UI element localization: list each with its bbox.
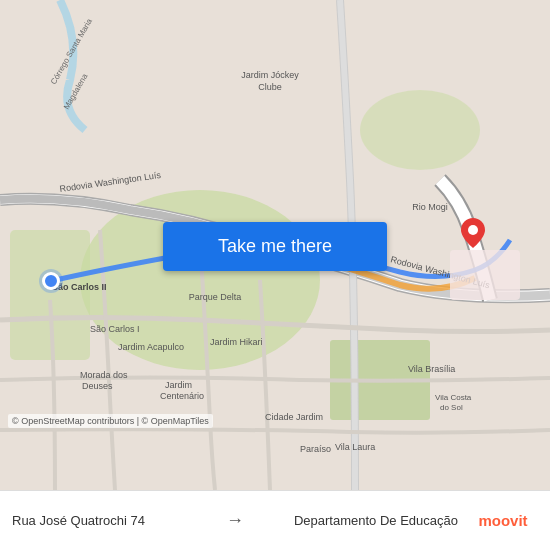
svg-text:do Sol: do Sol bbox=[440, 403, 463, 412]
svg-text:São Carlos I: São Carlos I bbox=[90, 324, 140, 334]
svg-text:Morada dos: Morada dos bbox=[80, 370, 128, 380]
origin-marker bbox=[42, 272, 60, 290]
route-from: Rua José Quatrochi 74 bbox=[12, 513, 216, 528]
svg-point-4 bbox=[360, 90, 480, 170]
svg-text:Paraíso: Paraíso bbox=[300, 444, 331, 454]
svg-text:Jardim Hikari: Jardim Hikari bbox=[210, 337, 263, 347]
take-me-there-button[interactable]: Take me there bbox=[163, 222, 387, 271]
moovit-brand: moovit bbox=[478, 512, 527, 529]
svg-text:Clube: Clube bbox=[258, 82, 282, 92]
map-container: Córrego Santa Maria Magdalena Rodovia Wa… bbox=[0, 0, 550, 490]
svg-text:Jardim Acapulco: Jardim Acapulco bbox=[118, 342, 184, 352]
svg-text:Parque Delta: Parque Delta bbox=[189, 292, 242, 302]
bottom-bar: Rua José Quatrochi 74 → Departamento De … bbox=[0, 490, 550, 550]
svg-text:Rio Mogi: Rio Mogi bbox=[412, 202, 448, 212]
map-attribution: © OpenStreetMap contributors | © OpenMap… bbox=[8, 414, 213, 428]
svg-text:Cidade Jardim: Cidade Jardim bbox=[265, 412, 323, 422]
svg-text:Vila Laura: Vila Laura bbox=[335, 442, 375, 452]
svg-rect-2 bbox=[10, 230, 90, 360]
svg-text:Jardim Jóckey: Jardim Jóckey bbox=[241, 70, 299, 80]
moovit-logo: moovit bbox=[468, 507, 538, 535]
svg-rect-27 bbox=[450, 250, 520, 300]
svg-text:Deuses: Deuses bbox=[82, 381, 113, 391]
svg-text:Vila Costa: Vila Costa bbox=[435, 393, 472, 402]
svg-point-28 bbox=[468, 225, 478, 235]
svg-text:Jardim: Jardim bbox=[165, 380, 192, 390]
svg-point-1 bbox=[80, 190, 320, 370]
arrow-icon: → bbox=[226, 510, 244, 531]
svg-text:Centenário: Centenário bbox=[160, 391, 204, 401]
route-to: Departamento De Educação bbox=[254, 513, 458, 528]
destination-marker bbox=[461, 218, 485, 248]
svg-text:São Carlos II: São Carlos II bbox=[52, 282, 107, 292]
svg-text:Vila Brasília: Vila Brasília bbox=[408, 364, 455, 374]
